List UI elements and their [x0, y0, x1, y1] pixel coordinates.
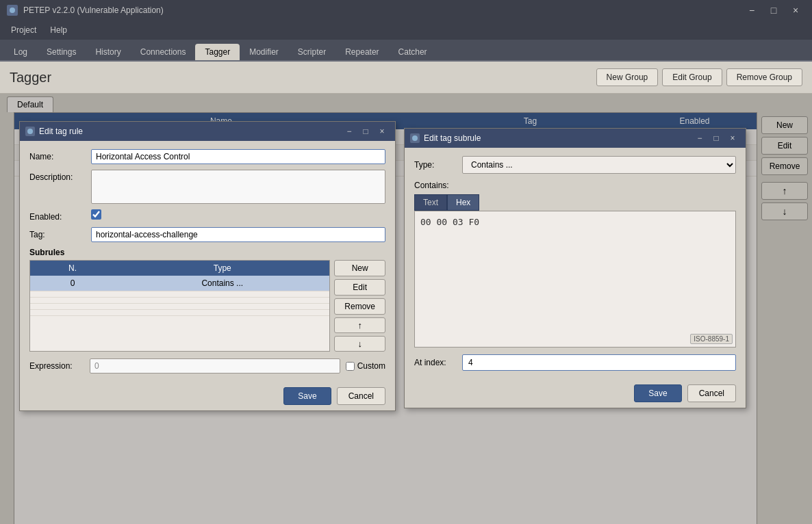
type-label: Type: [414, 160, 455, 170]
app-icon [7, 5, 18, 16]
name-row: Name: [29, 149, 385, 164]
dialog-title: Edit tag rule [39, 127, 83, 136]
subrule-remove-button[interactable]: Remove [334, 298, 385, 315]
name-input[interactable] [91, 149, 385, 164]
tab-connections[interactable]: Connections [131, 44, 196, 60]
subrule-dialog-maximize[interactable]: □ [709, 132, 724, 144]
tab-tagger[interactable]: Tagger [195, 44, 240, 60]
minimize-button[interactable]: − [742, 3, 761, 17]
edit-tag-subrule-dialog: Edit tag subrule − □ × Type: Contains ..… [404, 128, 746, 408]
edit-group-button[interactable]: Edit Group [662, 68, 722, 86]
subrule-col-n: N. [30, 261, 115, 276]
svg-point-2 [412, 135, 418, 141]
subrule-row[interactable] [30, 304, 329, 310]
subrule-dialog-close[interactable]: × [725, 132, 740, 144]
edit-tag-rule-dialog: Edit tag rule − □ × Name: Description: E… [19, 121, 396, 411]
enabled-checkbox[interactable] [91, 209, 101, 220]
subrule-cancel-button[interactable]: Cancel [687, 384, 736, 402]
dialog-icon [25, 127, 35, 136]
enabled-label: Enabled: [29, 209, 91, 222]
remove-group-button[interactable]: Remove Group [726, 68, 802, 86]
tab-log[interactable]: Log [4, 44, 37, 60]
new-group-button[interactable]: New Group [596, 68, 659, 86]
subrule-dialog-title: Edit tag subrule [424, 133, 481, 143]
svg-point-1 [27, 129, 33, 134]
description-row: Description: [29, 170, 385, 204]
contains-tabs: Text Hex [414, 194, 736, 211]
subrule-dialog-body: Type: Contains ... Contains: Text Hex 00… [405, 148, 746, 379]
save-button[interactable]: Save [283, 387, 331, 405]
custom-label: Custom [357, 361, 385, 371]
subrule-row[interactable] [30, 310, 329, 316]
name-label: Name: [29, 149, 91, 161]
subrule-dialog-minimize[interactable]: − [692, 132, 707, 144]
subrule-dialog-footer: Save Cancel [405, 379, 746, 408]
dialog-body: Name: Description: Enabled: Tag: [20, 141, 395, 382]
tab-catcher[interactable]: Catcher [389, 44, 437, 60]
expression-input[interactable] [90, 358, 340, 374]
subrule-col-type: Type [115, 261, 329, 276]
tag-input[interactable] [91, 227, 385, 242]
contains-content: 00 00 03 F0 ISO-8859-1 [414, 211, 736, 348]
tab-settings[interactable]: Settings [37, 44, 86, 60]
subrule-up-button[interactable]: ↑ [334, 317, 385, 333]
tab-history[interactable]: History [86, 44, 130, 60]
close-button[interactable]: × [786, 3, 805, 17]
cancel-button[interactable]: Cancel [337, 387, 385, 405]
page-title: Tagger [10, 70, 51, 86]
subrules-section: Subrules N. Type [29, 248, 385, 352]
content-area: Default Name Tag Enabled Buffer Over-rea… [0, 94, 812, 524]
subrule-row[interactable]: 0 Contains ... [30, 276, 329, 291]
description-label: Description: [29, 170, 91, 182]
tab-repeater[interactable]: Repeater [335, 44, 388, 60]
menu-help[interactable]: Help [43, 23, 74, 38]
encoding-badge: ISO-8859-1 [690, 334, 733, 344]
app-title: PETEP v2.2.0 (Vulnerable Application) [23, 5, 164, 15]
subrule-dialog-icon [410, 133, 420, 143]
page-header: Tagger New Group Edit Group Remove Group [0, 62, 812, 94]
dialog-title-bar: Edit tag rule − □ × [20, 122, 395, 141]
custom-checkbox-label: Custom [346, 361, 385, 371]
at-index-row: At index: [414, 354, 736, 371]
tab-bar: Log Settings History Connections Tagger … [0, 40, 812, 62]
subrule-new-button[interactable]: New [334, 260, 385, 276]
subrule-save-button[interactable]: Save [634, 384, 681, 402]
menu-project[interactable]: Project [4, 23, 43, 38]
subrules-table: N. Type 0 Contains ... [29, 260, 330, 352]
contains-label: Contains: [414, 181, 736, 190]
title-bar: PETEP v2.2.0 (Vulnerable Application) − … [0, 0, 812, 21]
subrule-edit-button[interactable]: Edit [334, 279, 385, 296]
subrule-row[interactable] [30, 298, 329, 304]
svg-point-0 [10, 8, 15, 13]
at-index-label: At index: [414, 358, 455, 367]
subrule-down-button[interactable]: ↓ [334, 336, 385, 352]
description-input[interactable] [91, 170, 385, 204]
tab-modifier[interactable]: Modifier [240, 44, 288, 60]
menu-bar: Project Help [0, 21, 812, 40]
dialog-footer: Save Cancel [20, 382, 395, 410]
dialog-close-button[interactable]: × [375, 125, 390, 137]
at-index-input[interactable] [462, 354, 736, 371]
type-row: Type: Contains ... [414, 156, 736, 174]
maximize-button[interactable]: □ [764, 3, 783, 17]
custom-checkbox[interactable] [346, 362, 355, 371]
subrule-row[interactable] [30, 291, 329, 298]
subrule-n: 0 [30, 276, 115, 291]
contains-tab-text[interactable]: Text [414, 194, 447, 211]
subrule-dialog-title-bar: Edit tag subrule − □ × [405, 129, 746, 148]
subrule-type: Contains ... [115, 276, 329, 291]
hex-value: 00 00 03 F0 [420, 217, 479, 227]
tab-scripter[interactable]: Scripter [288, 44, 335, 60]
expression-label: Expression: [29, 361, 84, 371]
dialog-maximize-button[interactable]: □ [358, 125, 373, 137]
enabled-row: Enabled: [29, 209, 385, 222]
contains-tab-hex[interactable]: Hex [447, 194, 479, 211]
expression-row: Expression: Custom [29, 358, 385, 374]
dialog-minimize-button[interactable]: − [342, 125, 357, 137]
tag-label: Tag: [29, 227, 91, 239]
tag-row: Tag: [29, 227, 385, 242]
subrules-label: Subrules [29, 248, 385, 257]
type-select[interactable]: Contains ... [462, 156, 736, 174]
